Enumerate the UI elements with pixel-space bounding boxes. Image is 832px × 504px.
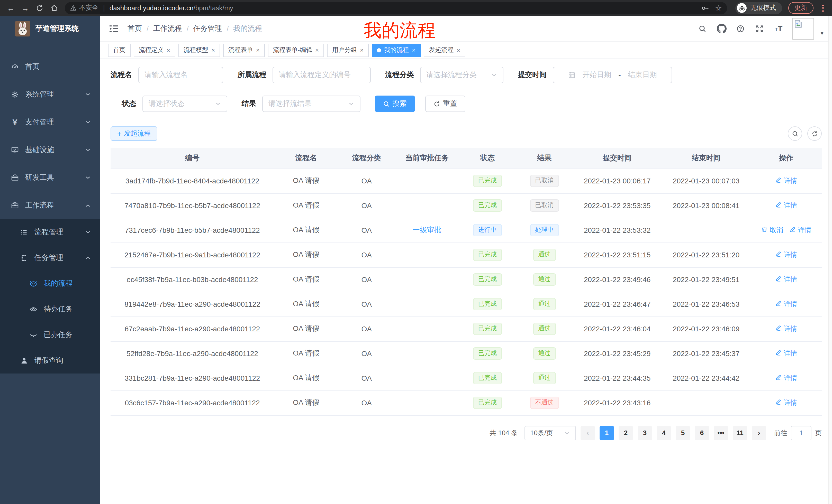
status-label: 状态: [122, 99, 136, 108]
help-icon[interactable]: [735, 23, 746, 34]
tab-首页[interactable]: 首页: [108, 44, 131, 57]
page-button-5[interactable]: 5: [676, 426, 690, 440]
close-icon[interactable]: ×: [412, 47, 415, 53]
close-icon[interactable]: ×: [360, 47, 364, 53]
sidebar-item-my-process[interactable]: 我的流程: [0, 271, 100, 297]
page-size-select[interactable]: 10条/页: [524, 426, 576, 440]
logo[interactable]: 芋道管理系统: [0, 16, 100, 41]
process-name-input[interactable]: 请输入流程名: [138, 67, 223, 83]
tab-流程表单-编辑[interactable]: 流程表单-编辑×: [268, 44, 324, 57]
sidebar-item-leave-query[interactable]: 请假查询: [0, 348, 100, 373]
detail-action[interactable]: 详情: [775, 349, 797, 358]
page-button-4[interactable]: 4: [657, 426, 671, 440]
update-button[interactable]: 更新: [788, 2, 813, 14]
tab-流程定义[interactable]: 流程定义×: [134, 44, 175, 57]
reload-icon[interactable]: [33, 1, 46, 15]
detail-action[interactable]: 详情: [775, 176, 797, 186]
user-icon: [20, 356, 29, 365]
close-icon[interactable]: ×: [166, 47, 170, 53]
column-header: 提交时间: [573, 148, 662, 169]
table-row: 52ffd28e-7b9a-11ec-a290-acde48001122OA 请…: [110, 341, 822, 366]
forward-icon[interactable]: →: [19, 1, 32, 15]
sidebar-item-process-mgmt[interactable]: 流程管理: [0, 219, 100, 245]
url-text[interactable]: dashboard.yudao.iocoder.cn/bpm/task/my: [109, 4, 697, 12]
refresh-table-button[interactable]: [807, 127, 822, 141]
detail-action[interactable]: 详情: [775, 300, 797, 309]
current-task-link[interactable]: 一级审批: [413, 226, 441, 235]
sidebar-item-system[interactable]: 系统管理: [0, 81, 100, 108]
process-category-select[interactable]: 请选择流程分类: [420, 67, 503, 83]
passwords-key-icon[interactable]: [701, 4, 709, 12]
chevron-down-icon: [215, 101, 221, 107]
search-button-label: 搜索: [392, 99, 407, 108]
chevron-up-icon: [85, 202, 91, 208]
breadcrumb-item[interactable]: 首页: [128, 24, 142, 33]
tab-用户分组[interactable]: 用户分组×: [327, 44, 369, 57]
sidebar-item-todo-task[interactable]: 待办任务: [0, 297, 100, 322]
detail-action[interactable]: 详情: [775, 398, 797, 408]
tab-我的流程[interactable]: 我的流程×: [372, 44, 421, 57]
browser-menu-icon[interactable]: [817, 3, 828, 13]
close-icon[interactable]: ×: [457, 47, 460, 53]
sidebar-item-done-task[interactable]: 已办任务: [0, 322, 100, 348]
submit-time-range-input[interactable]: 开始日期 - 结束日期: [553, 67, 672, 83]
github-icon[interactable]: [716, 23, 727, 34]
result-select[interactable]: 请选择流结果: [262, 95, 361, 112]
detail-action[interactable]: 详情: [775, 201, 797, 210]
close-icon[interactable]: ×: [315, 47, 319, 53]
page-button-6[interactable]: 6: [695, 426, 709, 440]
detail-action[interactable]: 详情: [775, 275, 797, 284]
sidebar-item-payment[interactable]: ¥支付管理: [0, 108, 100, 136]
close-icon[interactable]: ×: [211, 47, 215, 53]
sidebar-item-home[interactable]: 首页: [0, 53, 100, 81]
page-button-11[interactable]: 11: [733, 426, 747, 440]
page-button-1[interactable]: 1: [600, 426, 614, 440]
url-bar[interactable]: 不安全 | dashboard.yudao.iocoder.cn/bpm/tas…: [65, 2, 727, 14]
caret-down-icon[interactable]: ▼: [820, 31, 824, 36]
detail-action[interactable]: 详情: [775, 324, 797, 333]
breadcrumb-item[interactable]: 工作流程: [153, 24, 182, 33]
not-secure-warning[interactable]: 不安全: [70, 4, 99, 12]
create-process-button[interactable]: + 发起流程: [110, 127, 157, 141]
status-select[interactable]: 请选择状态: [142, 95, 227, 112]
breadcrumb-item[interactable]: 任务管理: [193, 24, 222, 33]
sidebar-item-task-mgmt[interactable]: 任务管理: [0, 245, 100, 271]
tab-流程表单[interactable]: 流程表单×: [223, 44, 265, 57]
prev-page-button[interactable]: ‹: [580, 426, 595, 440]
scrollbar[interactable]: [828, 16, 832, 504]
chevron-down-icon: [85, 229, 91, 235]
column-header: 结束时间: [662, 148, 751, 169]
detail-action[interactable]: 详情: [775, 373, 797, 383]
bookmark-star-icon[interactable]: ☆: [715, 4, 722, 12]
process-definition-input[interactable]: 请输入流程定义的编号: [272, 67, 371, 83]
page-button-3[interactable]: 3: [638, 426, 652, 440]
search-icon[interactable]: [697, 23, 707, 34]
detail-action[interactable]: 详情: [775, 250, 797, 259]
hamburger-icon[interactable]: [108, 23, 119, 34]
goto-page-input[interactable]: 1: [791, 426, 811, 440]
tab-发起流程[interactable]: 发起流程×: [424, 44, 465, 57]
cell-process-name: OA 请假: [274, 316, 338, 341]
next-page-button[interactable]: ›: [752, 426, 766, 440]
fullscreen-icon[interactable]: [754, 23, 765, 34]
submit-time-label: 提交时间: [518, 71, 547, 80]
home-icon[interactable]: [47, 1, 61, 15]
cell-current-task: [395, 292, 459, 316]
page-button-2[interactable]: 2: [619, 426, 633, 440]
show-search-button[interactable]: [788, 127, 802, 141]
user-avatar[interactable]: [792, 18, 814, 39]
back-icon[interactable]: ←: [4, 1, 18, 15]
font-size-icon[interactable]: TT: [773, 23, 784, 34]
more-pages-button[interactable]: •••: [714, 426, 728, 440]
tab-流程模型[interactable]: 流程模型×: [178, 44, 220, 57]
cancel-action[interactable]: 取消: [761, 226, 783, 235]
cell-status: 已完成: [459, 316, 516, 341]
sidebar-item-infra[interactable]: 基础设施: [0, 136, 100, 164]
logo-avatar: [15, 21, 30, 36]
sidebar-item-workflow[interactable]: 工作流程: [0, 192, 100, 219]
search-button[interactable]: 搜索: [375, 95, 415, 112]
detail-action[interactable]: 详情: [789, 226, 811, 235]
close-icon[interactable]: ×: [256, 47, 260, 53]
sidebar-item-devtools[interactable]: 研发工具: [0, 164, 100, 192]
reset-button[interactable]: 重置: [425, 95, 465, 112]
